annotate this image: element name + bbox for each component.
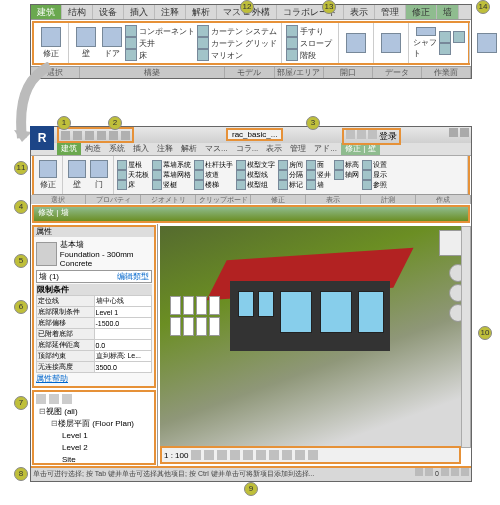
tree-item[interactable]: Site (36, 454, 152, 465)
worksets-icon[interactable] (415, 468, 423, 476)
wall-button[interactable]: 壁 (73, 27, 99, 59)
detail-level-icon[interactable] (191, 450, 201, 460)
mtab-annotate[interactable]: 注释 (153, 143, 177, 155)
rb-item[interactable]: 天花板 (117, 170, 149, 180)
tree-root[interactable]: ⊟视图 (all) (36, 406, 152, 418)
tree-floorplans[interactable]: ⊟楼层平面 (Floor Plan) (36, 418, 152, 430)
search-icon[interactable] (346, 130, 355, 139)
shadow-icon[interactable] (230, 450, 240, 460)
help-icon[interactable] (460, 128, 469, 137)
mtab-manage[interactable]: 管理 (286, 143, 310, 155)
print-icon[interactable] (109, 131, 118, 140)
rb-item[interactable]: 模型组 (236, 180, 275, 190)
mtab-struct[interactable]: 构造 (81, 143, 105, 155)
edit-type-link[interactable]: 编辑類型 (117, 271, 149, 282)
tab-view[interactable]: 表示 (344, 5, 375, 19)
rb-item[interactable]: 幕墙系统 (152, 160, 191, 170)
rb-item[interactable]: 坡道 (194, 170, 233, 180)
rb-item[interactable]: 面 (306, 160, 331, 170)
tab-analyze[interactable]: 解析 (186, 5, 217, 19)
select-links-icon[interactable] (451, 468, 459, 476)
vertical-scrollbar[interactable] (461, 226, 471, 448)
floor-button[interactable]: 床 (125, 49, 195, 61)
render-icon[interactable] (243, 450, 253, 460)
m-modify-button[interactable]: 修正 (37, 158, 59, 192)
rb-item[interactable]: 参照 (362, 180, 387, 190)
mtab-addins[interactable]: アド... (310, 143, 341, 155)
comm-icon[interactable] (357, 130, 366, 139)
mtab-mass[interactable]: マス... (201, 143, 232, 155)
m-door-button[interactable]: 门 (88, 158, 110, 192)
model-button[interactable] (343, 27, 369, 59)
rb-item[interactable]: 模型线 (236, 170, 275, 180)
prop-value[interactable]: 墙中心线 (94, 296, 152, 307)
mtab-collab[interactable]: コラ... (232, 143, 263, 155)
rb-item[interactable]: 床 (117, 180, 149, 190)
exchange-icon[interactable] (449, 128, 458, 137)
mtab-analyze[interactable]: 解析 (177, 143, 201, 155)
tab-modify[interactable]: 修正 (406, 5, 437, 19)
mtab-arch[interactable]: 建筑 (57, 143, 81, 155)
design-options-icon[interactable] (425, 468, 433, 476)
rb-item[interactable]: 模型文字 (236, 160, 275, 170)
rb-item[interactable]: 分隔 (278, 170, 303, 180)
tree-item[interactable]: Level 1 (36, 430, 152, 442)
tab-insert[interactable]: 插入 (124, 5, 155, 19)
component-button[interactable]: コンポーネント (125, 25, 195, 37)
crop-icon[interactable] (256, 450, 266, 460)
mtab-insert[interactable]: 插入 (129, 143, 153, 155)
options-bar[interactable]: 修改 | 墙 (32, 205, 470, 223)
model-view[interactable] (160, 226, 461, 448)
curtain-system-button[interactable]: カーテン システム (197, 25, 277, 37)
tab-architecture[interactable]: 建筑 (31, 5, 62, 19)
scale-control[interactable]: 1 : 100 (164, 451, 188, 460)
type-selector[interactable]: 基本墙Foundation - 300mm Concrete (36, 239, 152, 268)
mtab-systems[interactable]: 系统 (105, 143, 129, 155)
rb-item[interactable]: 柱杆扶手 (194, 160, 233, 170)
instance-selector[interactable]: 墙 (1)编辑類型 (36, 270, 152, 283)
star-icon[interactable] (368, 130, 377, 139)
room-button[interactable] (378, 27, 404, 59)
tab-structure[interactable]: 结构 (62, 5, 93, 19)
mullion-button[interactable]: マリオン (197, 49, 277, 61)
app-menu-button[interactable]: R (30, 126, 54, 150)
rb-item[interactable]: 显示 (362, 170, 387, 180)
open-icon[interactable] (61, 131, 70, 140)
redo-icon[interactable] (97, 131, 106, 140)
home-icon[interactable] (36, 394, 46, 404)
m-wall-button[interactable]: 壁 (66, 158, 88, 192)
reveal-icon[interactable] (308, 450, 318, 460)
rb-item[interactable]: 楼梯 (194, 180, 233, 190)
tab-wall-context[interactable]: 墙 (437, 5, 459, 19)
rb-item[interactable]: 标记 (278, 180, 303, 190)
door-button[interactable]: ドア (99, 27, 125, 59)
signin-link[interactable]: 登录 (379, 130, 397, 143)
rb-item[interactable]: 幕墙网格 (152, 170, 191, 180)
rb-item[interactable]: 房间 (278, 160, 303, 170)
ceiling-button[interactable]: 天井 (125, 37, 195, 49)
document-tab[interactable]: rac_basic_... (226, 128, 283, 141)
measure-icon[interactable] (121, 131, 130, 140)
rb-item[interactable]: 设置 (362, 160, 387, 170)
tab-annotate[interactable]: 注释 (155, 5, 186, 19)
rb-item[interactable]: 标高 (334, 160, 359, 170)
tab-manage[interactable]: 管理 (375, 5, 406, 19)
crop-show-icon[interactable] (269, 450, 279, 460)
slope-button[interactable]: スロープ (286, 37, 332, 49)
rb-item[interactable]: 墙 (306, 180, 331, 190)
select-pinned-icon[interactable] (461, 468, 469, 476)
mtab-view[interactable]: 表示 (262, 143, 286, 155)
undo-icon[interactable] (85, 131, 94, 140)
lock-icon[interactable] (282, 450, 292, 460)
datum-button[interactable] (474, 27, 500, 59)
save-icon[interactable] (73, 131, 82, 140)
curtain-grid-button[interactable]: カーテン グリッド (197, 37, 277, 49)
viewport[interactable]: 1 : 100 (158, 224, 471, 466)
rb-item[interactable]: 竖梃 (152, 180, 191, 190)
stair-button[interactable]: 階段 (286, 49, 332, 61)
hide-icon[interactable] (295, 450, 305, 460)
shaft-button[interactable]: シャフト (413, 27, 439, 59)
rb-item[interactable]: 轴网 (334, 170, 359, 180)
visual-style-icon[interactable] (204, 450, 214, 460)
tree-item[interactable]: Level 2 (36, 442, 152, 454)
